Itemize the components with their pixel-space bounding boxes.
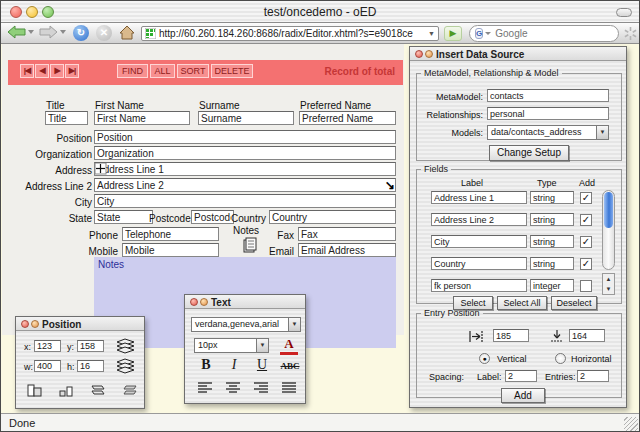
font-color-button[interactable]: A — [280, 336, 298, 355]
first-name-input[interactable] — [94, 111, 190, 125]
phone-input[interactable] — [122, 227, 219, 241]
position-input[interactable] — [94, 130, 396, 144]
mobile-input[interactable] — [122, 243, 219, 257]
w-input[interactable] — [34, 360, 61, 372]
find-button[interactable]: FIND — [117, 64, 148, 78]
reload-button[interactable]: ↻ — [73, 25, 89, 41]
models-select[interactable]: data/contacts_address ▼ — [487, 125, 609, 140]
fields-scrollbar-thumb[interactable] — [604, 192, 613, 228]
field-add-checkbox-4[interactable] — [580, 280, 592, 292]
bold-button[interactable]: B — [197, 357, 215, 373]
spacing-entries-input[interactable] — [577, 370, 609, 382]
url-dropdown-icon[interactable]: ▼ — [428, 30, 435, 37]
preferred-name-input[interactable] — [299, 111, 396, 125]
url-input[interactable] — [159, 28, 428, 39]
search-input[interactable] — [495, 28, 627, 39]
align-justify-button[interactable] — [281, 381, 297, 394]
panel-close-button[interactable] — [415, 50, 423, 58]
palette-collapse-button[interactable] — [31, 320, 39, 328]
change-setup-button[interactable]: Change Setup — [489, 145, 569, 161]
align-left-button[interactable] — [197, 381, 213, 394]
align-right-icon[interactable] — [122, 383, 139, 398]
entry-x-input[interactable] — [493, 329, 529, 342]
stop-button[interactable]: ✕ — [96, 25, 112, 41]
forward-dropdown-icon[interactable] — [60, 30, 66, 34]
field-type-input-3[interactable] — [530, 257, 574, 270]
field-type-input-2[interactable] — [530, 235, 574, 248]
forward-button[interactable] — [39, 25, 66, 39]
search-engine-icon[interactable]: G — [475, 28, 483, 39]
layers-icon[interactable] — [115, 358, 136, 374]
palette-close-button[interactable] — [21, 320, 29, 328]
relationships-input[interactable] — [487, 107, 609, 120]
chevron-down-icon[interactable]: ▼ — [288, 317, 301, 332]
home-button[interactable] — [119, 25, 135, 40]
strikethrough-button[interactable]: ABC — [277, 361, 303, 371]
font-size-select[interactable]: 10px ▼ — [194, 338, 269, 353]
scroll-up-icon[interactable]: ▲ — [603, 274, 614, 284]
field-type-input-4[interactable] — [530, 279, 574, 292]
state-input[interactable] — [94, 210, 153, 224]
back-dropdown-icon[interactable] — [28, 30, 34, 34]
field-label-input-3[interactable] — [431, 257, 527, 270]
metamodel-input[interactable] — [487, 89, 609, 102]
field-label-input-1[interactable] — [431, 213, 527, 226]
spacing-label-input[interactable] — [505, 370, 537, 382]
surname-input[interactable] — [198, 111, 294, 125]
entry-y-input[interactable] — [569, 329, 605, 342]
layers-icon[interactable] — [115, 338, 136, 354]
align-left-icon[interactable] — [90, 383, 107, 398]
y-input[interactable] — [77, 340, 104, 352]
field-add-checkbox-1[interactable]: ✓ — [580, 214, 592, 226]
italic-button[interactable]: I — [225, 357, 243, 373]
fax-input[interactable] — [298, 227, 396, 241]
underline-button[interactable]: U — [253, 357, 271, 373]
scroll-down-icon[interactable]: ▼ — [603, 284, 614, 294]
title-input[interactable] — [45, 111, 88, 125]
vertical-radio[interactable]: ● — [479, 353, 490, 364]
h-input[interactable] — [77, 360, 104, 372]
country-input[interactable] — [269, 210, 396, 224]
engine-dropdown-icon[interactable] — [485, 32, 491, 35]
address-input[interactable] — [94, 162, 396, 176]
align-right-button[interactable] — [253, 381, 269, 394]
last-record-button[interactable]: ▶| — [65, 64, 79, 78]
bring-to-front-icon[interactable] — [26, 383, 43, 398]
go-button[interactable]: ▶ — [444, 26, 462, 41]
resize-grip[interactable] — [624, 417, 638, 431]
field-type-input-0[interactable] — [530, 191, 574, 204]
font-family-select[interactable]: verdana,geneva,arial ▼ — [191, 317, 301, 332]
field-add-checkbox-3[interactable]: ✓ — [580, 258, 592, 270]
send-to-back-icon[interactable] — [58, 383, 75, 398]
prev-record-button[interactable]: ◀ — [35, 64, 49, 78]
palette-collapse-button[interactable] — [200, 298, 208, 306]
palette-close-button[interactable] — [190, 298, 198, 306]
field-type-input-1[interactable] — [530, 213, 574, 226]
align-center-button[interactable] — [225, 381, 241, 394]
chevron-down-icon[interactable]: ▼ — [256, 338, 269, 353]
delete-button[interactable]: DELETE — [211, 64, 253, 78]
next-record-button[interactable]: ▶ — [50, 64, 64, 78]
chevron-down-icon[interactable]: ▼ — [596, 125, 609, 140]
toolbar-collapse-button[interactable] — [616, 8, 632, 17]
email-input[interactable] — [298, 243, 396, 257]
panel-collapse-button[interactable] — [425, 50, 433, 58]
field-label-input-4[interactable] — [431, 279, 527, 292]
field-add-checkbox-0[interactable]: ✓ — [580, 192, 592, 204]
city-input[interactable] — [94, 194, 396, 208]
first-record-button[interactable]: |◀ — [20, 64, 34, 78]
horizontal-radio[interactable] — [555, 353, 566, 364]
x-input[interactable] — [34, 340, 61, 352]
address2-input[interactable] — [94, 178, 396, 192]
search-box[interactable]: G — [469, 25, 619, 42]
add-button[interactable]: Add — [501, 388, 545, 403]
field-add-checkbox-2[interactable]: ✓ — [580, 236, 592, 248]
sort-button[interactable]: SORT — [177, 64, 209, 78]
back-button[interactable] — [7, 25, 34, 39]
field-label-input-2[interactable] — [431, 235, 527, 248]
field-label-input-0[interactable] — [431, 191, 527, 204]
all-button[interactable]: ALL — [150, 64, 175, 78]
organization-input[interactable] — [94, 146, 396, 160]
fields-scrollbar-track[interactable] — [602, 190, 615, 270]
url-bar[interactable]: ▼ — [141, 26, 439, 41]
